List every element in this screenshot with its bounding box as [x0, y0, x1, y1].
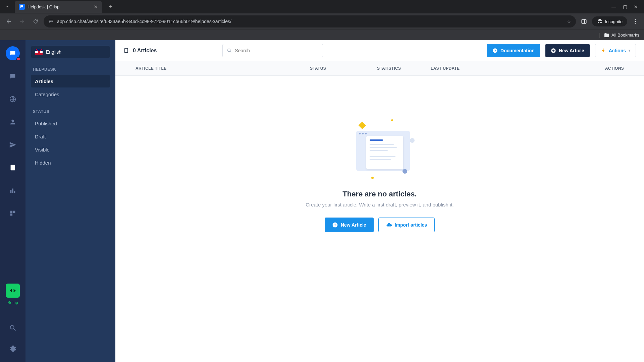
cloud-upload-icon [386, 222, 392, 228]
bookmarks-separator: | [599, 32, 600, 38]
sidebar-item-articles[interactable]: Articles [31, 75, 110, 87]
svg-rect-10 [14, 191, 15, 193]
maximize-icon[interactable]: ▢ [623, 4, 627, 9]
svg-line-18 [230, 51, 231, 52]
sidebar-item-categories[interactable]: Categories [31, 88, 110, 101]
all-bookmarks-label: All Bookmarks [611, 33, 639, 38]
visitors-nav-icon[interactable] [6, 93, 19, 106]
search-box[interactable] [222, 44, 323, 57]
tab-favicon [19, 4, 25, 10]
new-article-button[interactable]: New Article [545, 44, 590, 57]
empty-title: There are no articles. [342, 190, 417, 198]
bookmark-star-icon[interactable]: ☆ [567, 19, 571, 24]
svg-point-17 [228, 49, 230, 51]
back-button[interactable] [3, 16, 14, 27]
empty-new-article-button[interactable]: New Article [325, 218, 374, 232]
empty-state: There are no articles. Create your first… [115, 76, 644, 362]
plus-icon [551, 48, 556, 53]
th-statistics: STATISTICS [377, 66, 431, 71]
helpdesk-heading: HELPDESK [31, 67, 110, 72]
empty-illustration [346, 119, 413, 180]
new-tab-button[interactable]: + [105, 1, 116, 12]
svg-point-2 [635, 19, 636, 20]
svg-rect-8 [10, 190, 12, 193]
svg-rect-11 [10, 211, 12, 213]
all-bookmarks-button[interactable]: All Bookmarks [604, 33, 639, 38]
inbox-nav-icon[interactable] [6, 70, 19, 83]
table-header: ARTICLE TITLE STATUS STATISTICS LAST UPD… [115, 61, 644, 76]
svg-text:?: ? [494, 49, 496, 52]
tab-title: Helpdesk | Crisp [28, 4, 91, 9]
close-tab-icon[interactable]: ✕ [94, 4, 98, 9]
th-article-title: ARTICLE TITLE [136, 66, 310, 71]
actions-label: Actions [609, 48, 626, 53]
sidebar-item-draft[interactable]: Draft [31, 130, 110, 143]
documentation-button[interactable]: ? Documentation [487, 44, 540, 57]
svg-rect-13 [10, 214, 12, 216]
documentation-label: Documentation [500, 48, 535, 53]
svg-point-3 [635, 21, 636, 22]
crisp-logo[interactable] [6, 46, 20, 60]
chevron-down-icon: ▾ [629, 49, 630, 52]
language-selector[interactable]: English [31, 46, 110, 58]
import-articles-button[interactable]: Import articles [378, 218, 435, 232]
th-actions: ACTIONS [491, 66, 624, 71]
actions-icon [601, 48, 606, 53]
setup-label: Setup [7, 300, 18, 305]
close-window-icon[interactable]: ✕ [634, 4, 638, 9]
incognito-badge[interactable]: Incognito [592, 16, 627, 26]
sidebar-item-published[interactable]: Published [31, 117, 110, 130]
site-settings-icon[interactable] [48, 19, 54, 24]
status-heading: STATUS [31, 109, 110, 114]
contacts-nav-icon[interactable] [6, 115, 19, 129]
articles-count: 0 Articles [123, 48, 157, 54]
import-articles-label: Import articles [395, 222, 427, 228]
empty-new-article-label: New Article [341, 222, 366, 228]
sidebar-item-visible[interactable]: Visible [31, 143, 110, 156]
side-panel-icon[interactable] [579, 16, 589, 27]
plus-circle-icon [332, 222, 338, 228]
book-icon [123, 48, 129, 54]
reload-button[interactable] [30, 16, 41, 27]
uk-flag-icon [35, 49, 43, 55]
actions-dropdown[interactable]: Actions ▾ [595, 44, 636, 57]
svg-rect-9 [12, 189, 13, 193]
url-text: app.crisp.chat/website/6833ae5b-844d-4c9… [57, 19, 564, 24]
forward-button[interactable] [17, 16, 28, 27]
svg-line-15 [14, 329, 16, 331]
svg-rect-0 [582, 19, 586, 23]
notification-dot [16, 57, 20, 61]
empty-subtitle: Create your first article. Write a first… [306, 202, 454, 207]
th-status: STATUS [310, 66, 377, 71]
th-last-update: LAST UPDATE [431, 66, 491, 71]
campaigns-nav-icon[interactable] [6, 138, 19, 152]
plugins-nav-icon[interactable] [6, 206, 19, 220]
browser-tab[interactable]: Helpdesk | Crisp ✕ [15, 1, 102, 13]
svg-point-6 [11, 120, 14, 122]
browser-menu-icon[interactable] [630, 16, 641, 27]
new-article-label: New Article [559, 48, 584, 53]
language-label: English [46, 49, 61, 55]
tab-search-dropdown[interactable] [1, 1, 13, 13]
address-bar[interactable]: app.crisp.chat/website/6833ae5b-844d-4c9… [44, 15, 576, 27]
minimize-icon[interactable]: — [611, 4, 616, 9]
analytics-nav-icon[interactable] [6, 184, 19, 197]
setup-button[interactable] [6, 284, 20, 298]
search-input[interactable] [235, 48, 319, 53]
search-icon [227, 48, 232, 53]
incognito-label: Incognito [605, 19, 623, 24]
helpdesk-nav-icon[interactable] [6, 161, 19, 174]
sidebar-item-hidden[interactable]: Hidden [31, 157, 110, 169]
search-nav-icon[interactable] [6, 321, 19, 335]
svg-rect-7 [11, 165, 15, 171]
settings-nav-icon[interactable] [6, 342, 19, 355]
articles-count-label: 0 Articles [133, 48, 157, 54]
help-icon: ? [492, 48, 498, 53]
svg-point-4 [635, 23, 636, 24]
svg-rect-12 [13, 211, 15, 213]
svg-point-14 [10, 325, 14, 329]
